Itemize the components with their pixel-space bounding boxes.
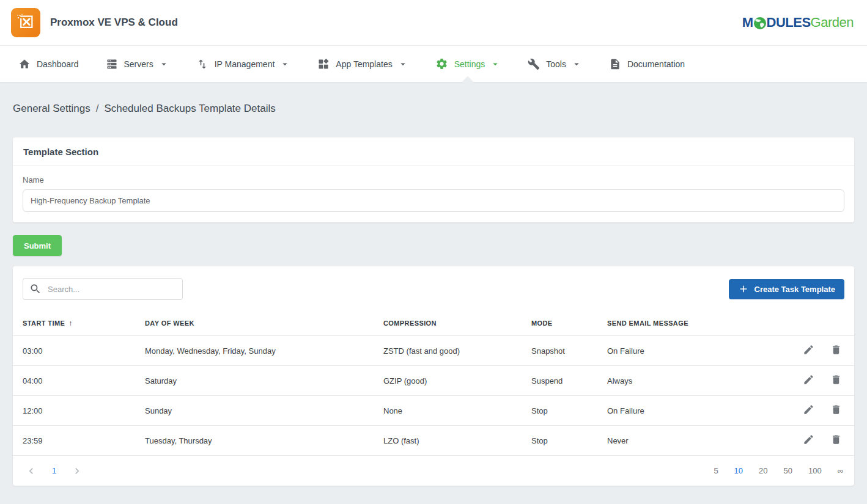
delete-button[interactable] [828, 371, 844, 390]
chevron-down-icon [158, 59, 169, 70]
page-number[interactable]: 1 [52, 466, 56, 475]
breadcrumb-current: Scheduled Backups Template Details [104, 103, 275, 115]
brand-dules: DULES [767, 15, 811, 31]
column-header-actions [791, 310, 854, 336]
pagination: 1 [24, 464, 84, 478]
nav-label: Servers [124, 59, 153, 69]
delete-button[interactable] [828, 401, 844, 420]
previous-page-button[interactable] [24, 464, 39, 478]
active-nav-notch [462, 76, 473, 87]
cell-day-of-week: Saturday [135, 366, 374, 396]
nav-item-servers[interactable]: Servers [92, 46, 183, 82]
globe-icon [753, 16, 767, 31]
servers-icon [106, 58, 118, 70]
chevron-down-icon [571, 59, 582, 70]
column-header-start-time[interactable]: Start Time↑ [13, 310, 135, 336]
page-size-infinity[interactable]: ∞ [838, 466, 843, 475]
nav-label: Documentation [627, 59, 685, 69]
cell-send-email: Never [597, 426, 791, 456]
template-section-title: Template Section [13, 137, 854, 166]
page-size-100[interactable]: 100 [808, 466, 822, 475]
trash-icon [830, 404, 842, 415]
nav-label: Tools [546, 59, 566, 69]
column-header-compression[interactable]: Compression [374, 310, 522, 336]
edit-button[interactable] [800, 371, 817, 390]
box-x-icon [14, 11, 37, 34]
cell-start-time: 12:00 [13, 396, 135, 426]
nav-label: IP Management [215, 59, 275, 69]
nav-item-settings[interactable]: Settings [422, 46, 515, 82]
cell-compression: GZIP (good) [374, 366, 522, 396]
cell-mode: Stop [522, 426, 597, 456]
nav-label: App Templates [336, 59, 392, 69]
chevron-down-icon [397, 59, 408, 70]
edit-button[interactable] [800, 401, 817, 420]
next-page-button[interactable] [70, 464, 84, 478]
cell-mode: Suspend [522, 366, 597, 396]
nav-item-app-templates[interactable]: App Templates [304, 46, 421, 82]
chevron-down-icon [490, 59, 501, 70]
wrench-icon [528, 58, 540, 70]
sort-asc-arrow-icon: ↑ [68, 318, 73, 327]
nav-item-documentation[interactable]: Documentation [596, 46, 698, 82]
table-footer: 1 5 10 20 50 100 ∞ [13, 456, 854, 486]
app-grid-icon [317, 58, 330, 70]
pencil-icon [803, 374, 814, 385]
cell-compression: ZSTD (fast and good) [374, 336, 522, 366]
task-template-table: Start Time↑ Day Of Week Compression Mode… [13, 310, 854, 456]
gear-icon [435, 57, 448, 70]
name-field[interactable] [23, 189, 844, 212]
pencil-icon [803, 434, 814, 445]
search-box [23, 278, 183, 300]
nav-item-ip-management[interactable]: IP Management [183, 46, 304, 82]
cell-compression: None [374, 396, 522, 426]
chevron-right-icon [71, 465, 83, 477]
nav-label: Settings [454, 59, 485, 69]
template-section-card: Template Section Name [13, 137, 854, 222]
proxmox-module-logo-icon [11, 8, 40, 37]
column-header-mode[interactable]: Mode [522, 310, 597, 336]
nav-item-dashboard[interactable]: Dashboard [5, 46, 92, 82]
page-size-10[interactable]: 10 [734, 466, 743, 475]
trash-icon [830, 374, 842, 385]
search-input[interactable] [23, 278, 183, 300]
task-template-table-card: Create Task Template Start Time↑ Day Of … [13, 266, 854, 486]
cell-start-time: 04:00 [13, 366, 135, 396]
nav-item-tools[interactable]: Tools [514, 46, 596, 82]
cell-start-time: 23:59 [13, 426, 135, 456]
delete-button[interactable] [828, 431, 844, 450]
cell-send-email: On Failure [597, 336, 791, 366]
cell-day-of-week: Monday, Wednesday, Friday, Sunday [135, 336, 374, 366]
cell-send-email: On Failure [597, 396, 791, 426]
column-header-day-of-week[interactable]: Day Of Week [135, 310, 374, 336]
breadcrumb: General Settings / Scheduled Backups Tem… [13, 103, 854, 115]
page-size-5[interactable]: 5 [714, 466, 718, 475]
page-size-20[interactable]: 20 [759, 466, 767, 475]
table-row: 23:59 Tuesday, Thursday LZO (fast) Stop … [13, 426, 854, 456]
pencil-icon [803, 344, 814, 356]
table-row: 03:00 Monday, Wednesday, Friday, Sunday … [13, 336, 854, 366]
create-task-template-label: Create Task Template [754, 285, 835, 294]
edit-button[interactable] [800, 341, 817, 360]
cell-day-of-week: Tuesday, Thursday [135, 426, 374, 456]
cell-start-time: 03:00 [13, 336, 135, 366]
edit-button[interactable] [800, 431, 817, 450]
table-row: 12:00 Sunday None Stop On Failure [13, 396, 854, 426]
chevron-down-icon [279, 59, 290, 70]
cell-mode: Stop [522, 396, 597, 426]
trash-icon [830, 434, 842, 445]
create-task-template-button[interactable]: Create Task Template [729, 279, 844, 299]
page-title: Proxmox VE VPS & Cloud [50, 16, 178, 29]
breadcrumb-general-settings[interactable]: General Settings [13, 103, 90, 115]
modulesgarden-logo: M DULES Garden [742, 15, 854, 31]
name-label: Name [23, 175, 844, 184]
breadcrumb-separator: / [96, 103, 99, 115]
home-icon [18, 58, 31, 70]
brand-m: M [742, 15, 753, 31]
submit-button[interactable]: Submit [13, 235, 62, 256]
page-size-50[interactable]: 50 [784, 466, 792, 475]
cell-compression: LZO (fast) [374, 426, 522, 456]
column-header-send-email[interactable]: Send Email Message [597, 310, 791, 336]
cell-day-of-week: Sunday [135, 396, 374, 426]
delete-button[interactable] [828, 341, 844, 360]
